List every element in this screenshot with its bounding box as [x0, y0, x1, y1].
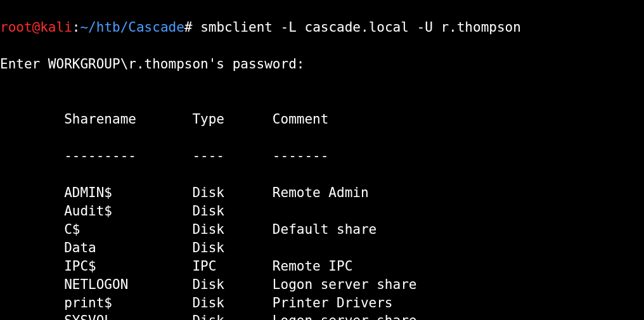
prompt-path: ~/htb/Cascade — [80, 20, 184, 35]
share-row: ADMIN$ Disk Remote Admin — [0, 184, 644, 202]
table-divider: --------- ---- ------- — [0, 147, 644, 165]
share-row: Audit$ Disk — [0, 202, 644, 221]
share-row: Data Disk — [0, 239, 644, 257]
prompt-line-1: root@kali:~/htb/Cascade# smbclient -L ca… — [0, 18, 644, 37]
share-row: print$ Disk Printer Drivers — [0, 294, 644, 312]
table-header: Sharename Type Comment — [0, 110, 644, 129]
share-row: NETLOGON Disk Logon server share — [0, 276, 644, 294]
prompt-sep2: # — [184, 20, 193, 35]
terminal[interactable]: root@kali:~/htb/Cascade# smbclient -L ca… — [0, 0, 644, 320]
share-row: C$ Disk Default share — [0, 221, 644, 239]
password-prompt: Enter WORKGROUP\r.thompson's password: — [0, 55, 644, 74]
command-text: smbclient -L cascade.local -U r.thompson — [192, 20, 520, 35]
prompt-user: root@kali — [0, 20, 72, 35]
share-row: SYSVOL Disk Logon server share — [0, 312, 644, 320]
prompt-sep1: : — [72, 20, 80, 35]
share-row: IPC$ IPC Remote IPC — [0, 257, 644, 276]
